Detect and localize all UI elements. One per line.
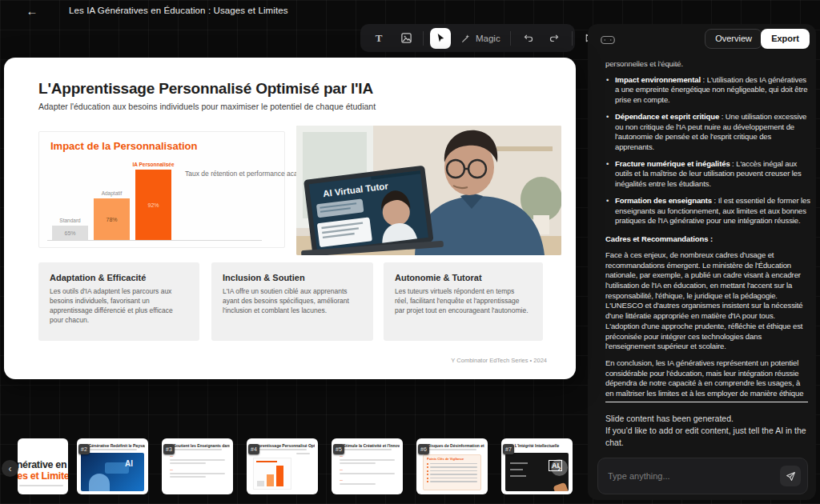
back-arrow-icon: ← — [26, 4, 38, 18]
bar-category-label: IA Personnalisée — [132, 162, 174, 167]
image-icon — [400, 32, 412, 44]
cursor-icon — [436, 33, 446, 43]
chat-bullet: • Dépendance et esprit critique : Une ut… — [605, 112, 810, 153]
thumbnail-badge: #4 — [248, 444, 259, 454]
thumbnail-title-line: ges et Limites — [18, 470, 68, 482]
thumbnail-title: L'Intégrité Intellectuelle — [504, 443, 569, 448]
slide-canvas[interactable]: L'Apprentissage Personnalisé Optimisé pa… — [4, 58, 576, 379]
chat-panel: Overview Export personnelles et l'équité… — [588, 24, 816, 500]
thumbnail-badge: #5 — [333, 444, 344, 454]
undo-icon — [522, 33, 533, 44]
thumbnail-title: L'IA Stimule la Créativité et l'Innovati… — [335, 443, 400, 448]
redo-button[interactable] — [545, 28, 565, 49]
magic-icon — [460, 33, 472, 44]
thumbnails-next-button[interactable]: › — [551, 459, 568, 476]
chat-paragraph: Face à ces enjeux, de nombreux cadres d'… — [605, 250, 810, 352]
send-icon — [786, 471, 796, 482]
chat-paragraph: En conclusion, les IA génératives représ… — [605, 358, 810, 398]
thumbnail-badge: #6 — [418, 444, 429, 454]
chat-message-content: personnelles et l'équité. • Impact envir… — [605, 59, 810, 398]
card-inclusion[interactable]: Inclusion & Soutien L'IA offre un soutie… — [211, 262, 373, 341]
thumbnail-preview: Points Clés de Vigilance — [423, 454, 481, 490]
thumbnail-badge: #3 — [163, 444, 175, 454]
bar-category-label: Standard — [59, 218, 80, 223]
magic-button[interactable]: Magic — [457, 33, 504, 44]
card-autonomie[interactable]: Autonomie & Tutorat Les tuteurs virtuels… — [384, 262, 543, 341]
select-tool-button[interactable] — [430, 28, 451, 49]
status-line: Slide content has been generated. — [605, 413, 808, 425]
toolbar-divider — [572, 31, 573, 46]
chevron-right-icon: › — [558, 462, 561, 474]
card-body: L'IA offre un soutien ciblé aux apprenan… — [223, 287, 357, 316]
thumbnail-title-line: énérative en — [18, 459, 68, 470]
bullet-bold: Fracture numérique et inégalités — [615, 159, 730, 168]
chart-axis — [47, 240, 262, 241]
status-line: If you'd like to add or edit content, ju… — [605, 425, 808, 449]
toolbar-divider — [510, 31, 511, 46]
chevron-left-icon: ‹ — [9, 463, 12, 474]
slide-photo[interactable]: AI Virtual Tutor — [296, 126, 561, 255]
bar-value-label: 65% — [52, 226, 88, 240]
photo-illustration: AI Virtual Tutor — [296, 126, 561, 255]
card-title: Autonomie & Tutorat — [395, 273, 532, 282]
slide-title[interactable]: L'Apprentissage Personnalisé Optimisé pa… — [38, 80, 373, 98]
personalization-chart[interactable]: Impact de la Personnalisation Standard 6… — [38, 131, 285, 248]
bullet-icon: • — [606, 159, 609, 170]
back-button[interactable]: ← — [24, 3, 40, 19]
chart-title: Impact de la Personnalisation — [50, 140, 198, 152]
top-bar: ← Les IA Génératives en Éducation : Usag… — [0, 0, 820, 22]
bullet-icon: • — [606, 112, 609, 122]
chat-input-box — [597, 458, 808, 494]
thumbnail-preview — [253, 458, 291, 490]
overview-button[interactable]: Overview — [705, 29, 762, 49]
bar-value-label: 92% — [135, 170, 171, 240]
thumbnail-badge: #2 — [78, 444, 90, 454]
slide-thumbnail-5[interactable]: #5 L'IA Stimule la Créativité et l'Innov… — [332, 438, 403, 494]
slide-thumbnail-1[interactable]: énérative en ges et Limites — [18, 438, 68, 494]
bullet-bold: Impact environnemental — [615, 75, 701, 84]
generation-status: Slide content has been generated. If you… — [605, 413, 808, 450]
bar-adaptatif: Adaptatif 78% — [94, 190, 130, 240]
slide-thumbnail-6[interactable]: #6 Les Risques de Désinformation et les … — [416, 438, 488, 494]
thumbnail-title: L'IA Générative Redéfinit le Paysage Édu… — [80, 443, 145, 448]
thumbnail-title: Les Risques de Désinformation et les 'Ha… — [420, 443, 484, 448]
slide-thumbnail-2[interactable]: #2 L'IA Générative Redéfinit le Paysage … — [77, 438, 148, 494]
redo-icon — [549, 33, 561, 44]
panel-divider — [605, 402, 808, 402]
card-adaptation[interactable]: Adaptation & Efficacité Les outils d'IA … — [38, 262, 199, 341]
gamepad-icon — [601, 34, 615, 46]
slide-subtitle[interactable]: Adapter l'éducation aux besoins individu… — [38, 102, 376, 111]
bar-standard: Standard 65% — [52, 218, 88, 240]
card-body: Les outils d'IA adaptent les parcours au… — [50, 287, 184, 326]
app-background: ← Les IA Génératives en Éducation : Usag… — [0, 0, 820, 504]
chat-section-heading: Cadres et Recommandations : — [605, 234, 810, 245]
export-button[interactable]: Export — [761, 29, 810, 49]
thumbnails-prev-button[interactable]: ‹ — [2, 460, 18, 477]
bullet-bold: Dépendance et esprit critique — [615, 112, 719, 121]
chat-input[interactable] — [608, 458, 760, 494]
slide-thumbnail-3[interactable]: #3 L'IA Soutient les Enseignants dans la… — [162, 438, 233, 494]
text-tool-button[interactable]: T — [368, 28, 389, 49]
gamepad-button[interactable] — [601, 34, 615, 46]
vigilance-box-title: Points Clés de Vigilance — [427, 457, 477, 461]
bullet-icon: • — [606, 196, 609, 206]
send-button[interactable] — [780, 466, 801, 486]
chat-bullet: • Fracture numérique et inégalités : L'a… — [605, 159, 810, 190]
bar-category-label: Adaptatif — [102, 190, 123, 196]
thumbnail-badge: #7 — [503, 444, 514, 454]
chat-bullet: • Formation des enseignants : Il est ess… — [605, 196, 810, 226]
card-body: Les tuteurs virtuels répondent en temps … — [395, 287, 529, 316]
image-tool-button[interactable] — [396, 28, 416, 49]
document-title: Les IA Génératives en Éducation : Usages… — [69, 6, 288, 15]
magic-label: Magic — [476, 34, 500, 43]
undo-button[interactable] — [517, 28, 538, 49]
slide-thumbnail-strip: ‹ énérative en ges et Limites #2 L'IA Gé… — [0, 438, 588, 494]
bar-value-label: 78% — [94, 198, 130, 240]
toolbar-divider — [423, 31, 424, 46]
thumbnail-title: L'Apprentissage Personnalisé Optimisé pa… — [250, 443, 315, 448]
card-title: Inclusion & Soutien — [223, 273, 362, 282]
editor-toolbar: T Magic — [360, 24, 575, 52]
slide-thumbnail-4[interactable]: #4 L'Apprentissage Personnalisé Optimisé… — [247, 438, 318, 494]
bullet-icon: • — [606, 75, 609, 86]
thumbnail-preview: AI — [81, 453, 144, 491]
